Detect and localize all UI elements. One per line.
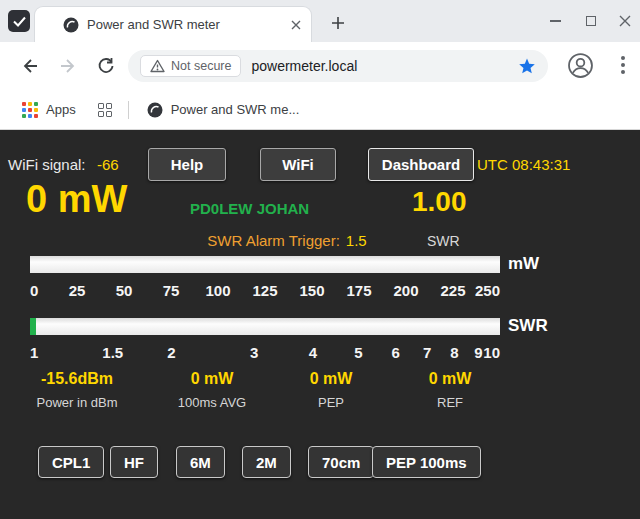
- dashboard-button[interactable]: Dashboard: [368, 148, 474, 181]
- help-button[interactable]: Help: [148, 148, 226, 181]
- address-bar[interactable]: Not secure powermeter.local: [128, 50, 548, 82]
- swr-alarm-value: 1.5: [346, 232, 367, 249]
- scale-tick: 100: [205, 282, 230, 299]
- stat-avg: 0 mW 100ms AVG: [178, 370, 246, 410]
- swr-alarm-label: SWR Alarm Trigger:: [207, 232, 340, 249]
- pep-100ms-button[interactable]: PEP 100ms: [372, 446, 481, 478]
- tab-strip: Power and SWR meter: [0, 0, 640, 42]
- back-icon[interactable]: [20, 56, 40, 76]
- bookmarks-bar: Apps Power and SWR me...: [0, 90, 640, 130]
- scale-tick: 200: [393, 282, 418, 299]
- scale-tick: 5: [354, 344, 362, 361]
- mw-meter-bar: [30, 256, 500, 273]
- minimize-button[interactable]: [542, 9, 568, 33]
- scale-tick: 150: [299, 282, 324, 299]
- close-tab-icon[interactable]: [291, 20, 301, 30]
- bookmark-title: Power and SWR me...: [171, 102, 300, 117]
- stat-value: -15.6dBm: [37, 370, 118, 388]
- callsign: PD0LEW JOHAN: [190, 200, 309, 217]
- stat-value: 0 mW: [429, 370, 472, 388]
- bookmark-star-icon[interactable]: [518, 57, 536, 75]
- scale-tick: 1: [30, 344, 38, 361]
- browser-menu-icon[interactable]: [621, 56, 625, 74]
- scale-tick: 6: [392, 344, 400, 361]
- close-window-button[interactable]: [612, 9, 638, 33]
- maximize-button[interactable]: [578, 9, 604, 33]
- site-favicon: [63, 17, 79, 33]
- security-label: Not secure: [171, 59, 231, 73]
- swr-main-value: 1.00: [412, 186, 467, 218]
- scale-tick: 25: [69, 282, 86, 299]
- swr-meter-bar: [30, 318, 500, 335]
- scale-tick: 7: [423, 344, 431, 361]
- browser-toolbar: Not secure powermeter.local: [0, 42, 640, 90]
- mw-bar-label: mW: [508, 254, 539, 274]
- stat-label: Power in dBm: [37, 395, 118, 410]
- grid-icon[interactable]: [98, 103, 112, 117]
- scale-tick: 50: [116, 282, 133, 299]
- scale-tick: 125: [252, 282, 277, 299]
- 6m-button[interactable]: 6M: [176, 446, 225, 478]
- wifi-signal-label: WiFi signal:: [8, 156, 86, 173]
- wifi-button[interactable]: WiFi: [260, 148, 336, 181]
- stat-value: 0 mW: [178, 370, 246, 388]
- stat-value: 0 mW: [310, 370, 353, 388]
- stat-pep: 0 mW PEP: [310, 370, 353, 410]
- wifi-signal-value: -66: [97, 156, 119, 173]
- new-tab-button[interactable]: [328, 13, 348, 33]
- scale-tick: 250: [475, 282, 500, 299]
- scale-tick: 2: [167, 344, 175, 361]
- reload-icon[interactable]: [96, 56, 116, 76]
- main-power-value: 0 mW: [26, 178, 127, 221]
- apps-label: Apps: [46, 102, 76, 117]
- stat-power-dbm: -15.6dBm Power in dBm: [37, 370, 118, 410]
- scale-tick: 10: [483, 344, 500, 361]
- security-chip[interactable]: Not secure: [140, 55, 241, 77]
- apps-grid-icon: [22, 102, 38, 118]
- utc-clock: UTC 08:43:31: [477, 156, 570, 173]
- swr-caption: SWR: [427, 233, 460, 249]
- scale-tick: 0: [30, 282, 38, 299]
- scale-tick: 3: [250, 344, 258, 361]
- stat-label: PEP: [310, 395, 353, 410]
- swr-meter-fill: [30, 318, 36, 335]
- stat-ref: 0 mW REF: [429, 370, 472, 410]
- mw-scale: 0255075100125150175200225250: [30, 282, 500, 300]
- scale-tick: 75: [163, 282, 180, 299]
- url-text[interactable]: powermeter.local: [251, 58, 357, 74]
- checkmark-icon[interactable]: [8, 10, 30, 32]
- bookmark-favicon: [147, 102, 163, 118]
- stat-label: 100ms AVG: [178, 395, 246, 410]
- scale-tick: 4: [309, 344, 317, 361]
- swr-bar-label: SWR: [508, 316, 548, 336]
- hf-button[interactable]: HF: [110, 446, 158, 478]
- scale-tick: 225: [440, 282, 465, 299]
- scale-tick: 175: [346, 282, 371, 299]
- tab-title: Power and SWR meter: [87, 17, 283, 32]
- profile-icon[interactable]: [567, 52, 594, 79]
- stat-label: REF: [429, 395, 472, 410]
- cpl1-button[interactable]: CPL1: [38, 446, 104, 478]
- swr-alarm-row: SWR Alarm Trigger:1.5: [152, 232, 422, 249]
- apps-shortcut[interactable]: Apps: [0, 102, 76, 118]
- power-meter-page: WiFi signal: -66 Help WiFi Dashboard UTC…: [0, 130, 640, 519]
- warning-icon: [150, 59, 165, 73]
- swr-scale: 11.52345678910: [30, 344, 500, 362]
- forward-icon[interactable]: [58, 56, 78, 76]
- scale-tick: 9: [474, 344, 482, 361]
- 2m-button[interactable]: 2M: [242, 446, 291, 478]
- scale-tick: 1.5: [102, 344, 123, 361]
- scale-tick: 8: [450, 344, 458, 361]
- browser-tab[interactable]: Power and SWR meter: [34, 6, 312, 42]
- 70cm-button[interactable]: 70cm: [308, 446, 374, 478]
- bookmark-power-meter[interactable]: Power and SWR me...: [129, 102, 300, 118]
